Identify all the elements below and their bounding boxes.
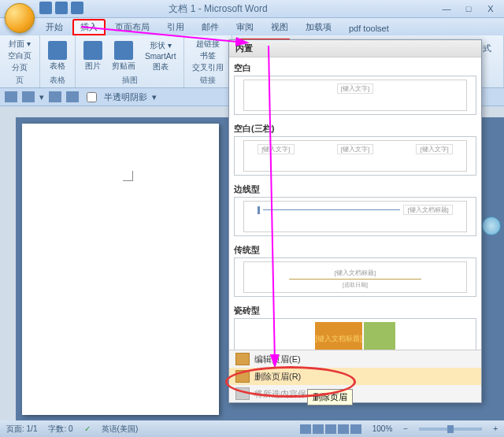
table-button[interactable]: 表格 (50, 61, 65, 72)
page-margin-marker (123, 171, 133, 181)
hyperlink-button[interactable]: 超链接 (196, 39, 220, 50)
status-bar: 页面: 1/1 字数: 0 ✓ 英语(美国) 100% − + (0, 420, 504, 437)
picture-button[interactable]: 图片 (85, 61, 101, 72)
zoom-in-button[interactable]: + (493, 424, 498, 433)
preset-brick-title: 瓷砖型 (234, 302, 476, 318)
save-to-gallery-item[interactable]: 将所选内容保存到页眉 (229, 385, 481, 402)
tab-start[interactable]: 开始 (38, 19, 71, 35)
clipart-button[interactable]: 剪贴画 (112, 61, 135, 72)
shapes-button[interactable]: 形状 ▾ (150, 40, 172, 51)
vertical-ruler[interactable] (0, 106, 16, 421)
table-icon (48, 41, 67, 60)
crossref-button[interactable]: 交叉引用 (192, 62, 224, 73)
document-page[interactable] (22, 124, 219, 415)
remove-icon (235, 370, 250, 383)
group-label-pages: 页 (5, 75, 35, 86)
zoom-slider[interactable] (419, 428, 482, 431)
edit-header-item[interactable]: 编辑页眉(E) (229, 350, 481, 368)
view-draft-icon[interactable] (350, 424, 361, 434)
tab-references[interactable]: 引用 (159, 19, 192, 35)
header-gallery-dropdown: 内置 空白 [键入文字] 空白(三栏) [键入文字][键入文字][键入文字] 边… (228, 39, 482, 403)
group-label-tables: 表格 (45, 75, 70, 86)
close-button[interactable]: X (480, 2, 501, 15)
status-page[interactable]: 页面: 1/1 (6, 424, 37, 435)
tab-mailings[interactable]: 邮件 (194, 19, 227, 35)
gallery-builtin-header: 内置 (229, 40, 481, 57)
zoom-out-button[interactable]: − (403, 424, 408, 433)
tab-view[interactable]: 视图 (263, 19, 296, 35)
group-label-illustrations: 插图 (80, 75, 179, 86)
zoom-level[interactable]: 100% (372, 424, 393, 433)
tab-addins[interactable]: 加载项 (298, 19, 339, 35)
preset-blank[interactable]: [键入文字] (234, 76, 476, 115)
preset-blank-title: 空白 (234, 59, 476, 76)
group-label-links: 链接 (189, 75, 227, 86)
aux-icon-3[interactable] (49, 91, 61, 102)
preset-brick[interactable]: [键入文档标题] (234, 318, 476, 350)
smartart-button[interactable]: SmartArt (145, 52, 176, 61)
view-web-icon[interactable] (325, 424, 336, 434)
aux-icon-2[interactable] (22, 91, 35, 102)
remove-header-item[interactable]: 删除页眉(R) (229, 368, 481, 385)
minimize-button[interactable]: — (436, 2, 457, 15)
preset-border-title: 边线型 (234, 180, 476, 197)
save-gallery-icon (235, 387, 250, 400)
qat-redo-icon[interactable] (71, 2, 83, 14)
clipart-icon (114, 41, 133, 60)
tab-pdf[interactable]: pdf toolset (341, 21, 397, 35)
office-button[interactable] (5, 3, 35, 33)
blank-page-button[interactable]: 空白页 (8, 50, 32, 61)
tab-layout[interactable]: 页面布局 (107, 19, 158, 35)
preset-traditional[interactable]: [键入文档标题][选取日期] (234, 257, 476, 297)
tab-insert[interactable]: 插入 (72, 19, 106, 35)
maximize-button[interactable]: □ (458, 2, 479, 15)
chart-button[interactable]: 图表 (153, 61, 169, 72)
cover-page-button[interactable]: 封面 ▾ (9, 39, 31, 50)
tooltip: 删除页眉 (307, 389, 353, 406)
bookmark-button[interactable]: 书签 (200, 50, 216, 61)
aux-icon-4[interactable] (66, 91, 79, 102)
edit-icon (235, 353, 250, 365)
page-break-button[interactable]: 分页 (12, 62, 28, 73)
view-outline-icon[interactable] (338, 424, 349, 434)
status-language[interactable]: 英语(美国) (102, 424, 139, 435)
preset-traditional-title: 传统型 (234, 241, 476, 257)
opacity-checkbox[interactable] (87, 92, 97, 102)
qat-save-icon[interactable] (39, 2, 52, 14)
picture-icon (83, 41, 102, 60)
opacity-label: 半透明阴影 (104, 91, 147, 103)
preset-three-column[interactable]: [键入文字][键入文字][键入文字] (234, 136, 476, 176)
status-words[interactable]: 字数: 0 (48, 424, 72, 435)
tab-review[interactable]: 审阅 (228, 19, 261, 35)
help-balloon-icon[interactable] (482, 217, 501, 235)
qat-undo-icon[interactable] (55, 2, 68, 14)
aux-icon-1[interactable] (5, 91, 17, 102)
view-full-icon[interactable] (313, 424, 324, 434)
preset-border[interactable]: [键入文档标题] (234, 197, 476, 236)
preset-threecolumn-title: 空白(三栏) (234, 120, 476, 136)
view-print-icon[interactable] (300, 424, 311, 434)
